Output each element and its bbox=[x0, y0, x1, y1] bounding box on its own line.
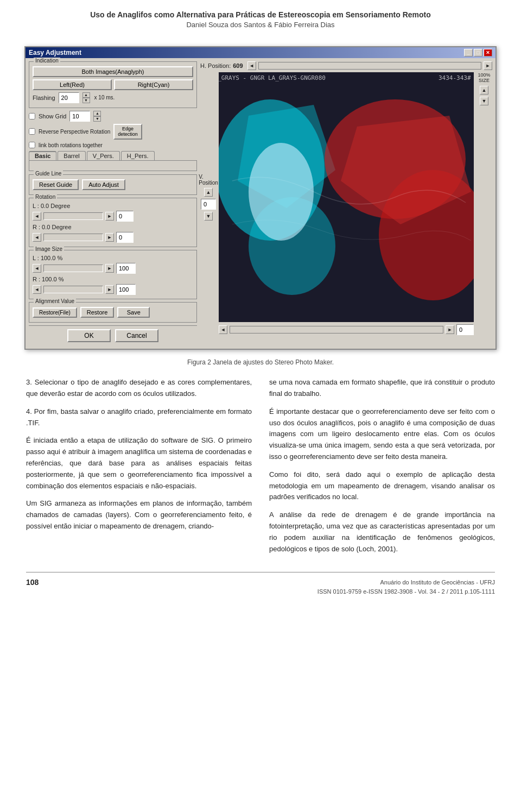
show-grid-row: Show Grid ▲ ▼ Reverse Perspective Rotati… bbox=[29, 111, 197, 149]
paragraph-4: 4. Por fim, basta salvar o anaglifo cria… bbox=[26, 406, 252, 429]
size-l-track[interactable] bbox=[43, 265, 103, 272]
show-grid-spinner[interactable]: ▲ ▼ bbox=[93, 111, 101, 122]
image-size-l-row: ◄ ► bbox=[33, 263, 193, 274]
left-red-button[interactable]: Left(Red) bbox=[33, 79, 112, 90]
rotation-l-track[interactable] bbox=[43, 212, 103, 220]
tab-barrel[interactable]: Barrel bbox=[58, 151, 85, 160]
paragraph-right-3: Como foi dito, será dado aqui o exemplo … bbox=[269, 469, 495, 503]
minimize-button[interactable]: _ bbox=[464, 49, 473, 56]
size-l-right[interactable]: ► bbox=[105, 264, 114, 273]
flashing-spinner[interactable]: ▲ ▼ bbox=[82, 92, 90, 103]
reverse-perspective-checkbox[interactable] bbox=[29, 128, 35, 135]
spin-up[interactable]: ▲ bbox=[82, 92, 90, 98]
size-l-left[interactable]: ◄ bbox=[33, 264, 41, 273]
paragraph-sig-start: É iniciada então a etapa de utilização d… bbox=[26, 435, 252, 492]
rotation-r-track[interactable] bbox=[43, 234, 103, 241]
anaglyph-canvas: LA_GRAYS - GNGR LA_GRAYS-GNGR080 3434-34… bbox=[219, 72, 474, 322]
anaglyph-svg: LA_GRAYS - GNGR LA_GRAYS-GNGR080 3434-34… bbox=[219, 72, 474, 322]
journal-info: Anuário do Instituto de Geociências - UF… bbox=[317, 578, 495, 596]
tab-vpers[interactable]: V_Pers. bbox=[87, 151, 120, 160]
left-panel: Indication Both Images(Anaglyph) Left(Re… bbox=[29, 61, 197, 346]
tab-hpers[interactable]: H_Pers. bbox=[121, 151, 155, 160]
figure-caption: Figura 2 Janela de ajustes do Stereo Pho… bbox=[0, 358, 521, 366]
tab-bar: Basic Barrel V_Pers. H_Pers. bbox=[29, 151, 197, 160]
right-col: se uma nova camada em formato shapefile,… bbox=[269, 377, 495, 561]
show-grid-input[interactable] bbox=[69, 111, 90, 122]
window-title: Easy Adjustment bbox=[29, 49, 81, 56]
size-r-track[interactable] bbox=[43, 286, 103, 293]
rotation-l-left[interactable]: ◄ bbox=[33, 212, 41, 221]
h-bottom-left[interactable]: ◄ bbox=[219, 325, 227, 334]
restore-file-button[interactable]: Restore(File) bbox=[33, 307, 77, 318]
svg-text:LA_GRAYS - GNGR   LA_GRAYS-GNG: LA_GRAYS - GNGR LA_GRAYS-GNGR080 bbox=[219, 74, 326, 81]
v-position-input[interactable] bbox=[201, 199, 216, 210]
right-cyan-button[interactable]: Right(Cyan) bbox=[114, 79, 193, 90]
grid-spin-down[interactable]: ▼ bbox=[93, 116, 101, 122]
flashing-input[interactable] bbox=[59, 92, 79, 103]
size-l-input[interactable] bbox=[116, 263, 136, 274]
article-title: Uso de Anaglifos como Alternativa para P… bbox=[22, 10, 499, 21]
v-pos-down[interactable]: ▼ bbox=[204, 212, 213, 221]
alignment-group: Alignment Value Restore(File) Restore Sa… bbox=[29, 302, 197, 323]
page-header: Uso de Anaglifos como Alternativa para P… bbox=[0, 0, 521, 33]
h-position-value: 609 bbox=[233, 62, 243, 69]
right-panel: H. Position: 609 ◄ ► V. Position ▲ ▼ bbox=[200, 61, 492, 346]
cancel-button[interactable]: Cancel bbox=[115, 329, 158, 342]
v-pos-up[interactable]: ▲ bbox=[204, 188, 213, 197]
rotation-r-left[interactable]: ◄ bbox=[33, 233, 41, 242]
paragraph-right-1: se uma nova camada em formato shapefile,… bbox=[269, 377, 495, 400]
reset-guide-button[interactable]: Reset Guide bbox=[33, 179, 79, 190]
spin-down[interactable]: ▼ bbox=[82, 98, 90, 103]
both-images-button[interactable]: Both Images(Anaglyph) bbox=[33, 66, 193, 77]
h-bottom-track[interactable] bbox=[230, 326, 443, 333]
rotation-l-right[interactable]: ► bbox=[105, 212, 114, 221]
size-down[interactable]: ▼ bbox=[480, 97, 488, 105]
h-bottom-controls: ◄ ► bbox=[200, 324, 492, 335]
rotation-l-input[interactable] bbox=[116, 211, 134, 222]
tab-content bbox=[29, 160, 197, 171]
size-up[interactable]: ▲ bbox=[480, 86, 488, 95]
two-col-section: 3. Selecionar o tipo de anaglifo desejad… bbox=[26, 377, 495, 561]
rotation-group: Rotation L : 0.0 Degree ◄ ► R : 0.0 Degr… bbox=[29, 198, 197, 247]
auto-adjust-button[interactable]: Auto Adjust bbox=[82, 179, 125, 190]
image-size-r-label: R : 100.0 % bbox=[33, 276, 193, 282]
tab-basic[interactable]: Basic bbox=[29, 151, 56, 160]
paragraph-3: 3. Selecionar o tipo de anaglifo desejad… bbox=[26, 377, 252, 400]
restore-button[interactable]: Restore bbox=[80, 307, 115, 318]
indication-group: Indication Both Images(Anaglyph) Left(Re… bbox=[29, 61, 197, 108]
image-size-r-row: ◄ ► bbox=[33, 284, 193, 295]
ok-button[interactable]: OK bbox=[67, 329, 111, 342]
right-side-controls: 100% SIZE ▲ ▼ bbox=[476, 72, 492, 322]
edge-detection-button[interactable]: Edgedetection bbox=[113, 124, 142, 140]
v-position-label: V. Position bbox=[199, 174, 218, 186]
h-bottom-input[interactable] bbox=[456, 324, 474, 335]
flashing-unit: x 10 ms. bbox=[94, 95, 115, 100]
paragraph-sig-mid: Um SIG armaneza as informações em planos… bbox=[26, 498, 252, 532]
size-r-input[interactable] bbox=[116, 284, 136, 295]
svg-text:3434-343#: 3434-343# bbox=[439, 74, 471, 81]
size-r-right[interactable]: ► bbox=[105, 285, 114, 294]
h-position-bar: H. Position: 609 ◄ ► bbox=[200, 61, 492, 70]
h-pos-right[interactable]: ► bbox=[484, 61, 492, 70]
size-r-left[interactable]: ◄ bbox=[33, 285, 41, 294]
guide-line-group: Guide Line Reset Guide Auto Adjust bbox=[29, 174, 197, 195]
grid-spin-up[interactable]: ▲ bbox=[93, 111, 101, 116]
journal-line2: ISSN 0101-9759 e-ISSN 1982-3908 - Vol. 3… bbox=[317, 587, 495, 596]
indication-label: Indication bbox=[34, 58, 60, 64]
show-grid-checkbox[interactable] bbox=[29, 113, 35, 119]
h-bottom-right[interactable]: ► bbox=[446, 325, 454, 334]
rotation-r-input[interactable] bbox=[116, 232, 134, 243]
rotation-r-right[interactable]: ► bbox=[105, 233, 114, 242]
h-pos-left[interactable]: ◄ bbox=[247, 61, 256, 70]
show-grid-label: Show Grid bbox=[39, 113, 66, 119]
rotation-r-slider-row: ◄ ► bbox=[33, 232, 193, 243]
maximize-button[interactable]: □ bbox=[474, 49, 482, 56]
guide-line-label: Guide Line bbox=[34, 171, 63, 177]
alignment-label: Alignment Value bbox=[34, 298, 76, 304]
svg-point-7 bbox=[249, 143, 314, 241]
content-area: 3. Selecionar o tipo de anaglifo desejad… bbox=[0, 377, 521, 561]
close-button[interactable]: ✕ bbox=[484, 49, 492, 56]
save-button[interactable]: Save bbox=[117, 307, 150, 318]
h-position-track[interactable] bbox=[258, 62, 481, 70]
link-rotations-checkbox[interactable] bbox=[29, 142, 35, 148]
